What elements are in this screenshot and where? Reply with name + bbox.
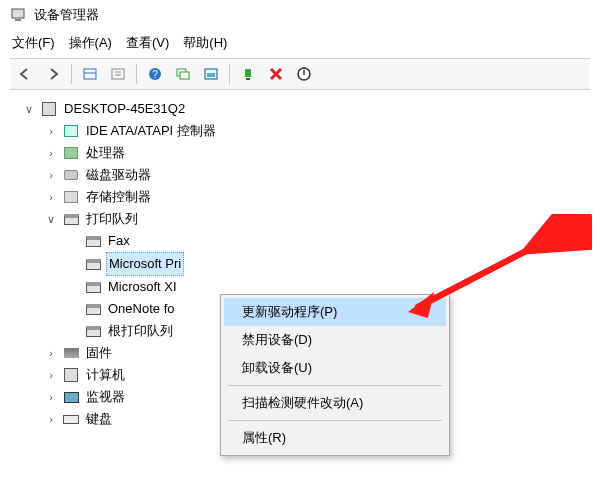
- tree-item-label: Microsoft Pri: [106, 252, 184, 276]
- svg-rect-14: [246, 78, 250, 80]
- collapse-icon[interactable]: ∨: [22, 98, 36, 120]
- printer-icon: [84, 256, 102, 272]
- expand-icon[interactable]: ›: [44, 408, 58, 430]
- menu-scan-hardware[interactable]: 扫描检测硬件改动(A): [224, 389, 446, 417]
- expand-icon[interactable]: ›: [44, 386, 58, 408]
- context-menu: 更新驱动程序(P) 禁用设备(D) 卸载设备(U) 扫描检测硬件改动(A) 属性…: [220, 294, 450, 456]
- toolbar-separator: [229, 64, 230, 84]
- tree-item-label: OneNote fo: [106, 298, 177, 320]
- tree-item-label: 监视器: [84, 386, 127, 408]
- menu-file[interactable]: 文件(F): [12, 34, 55, 52]
- view-button[interactable]: [77, 62, 103, 86]
- svg-text:?: ?: [152, 69, 158, 80]
- menu-separator: [228, 420, 442, 421]
- window-title: 设备管理器: [34, 6, 99, 24]
- expand-icon[interactable]: ›: [44, 364, 58, 386]
- svg-rect-13: [245, 69, 251, 77]
- tree-item-disk[interactable]: › 磁盘驱动器: [44, 164, 590, 186]
- computer-icon: [62, 367, 80, 383]
- expand-icon[interactable]: ›: [44, 164, 58, 186]
- menu-properties[interactable]: 属性(R): [224, 424, 446, 452]
- svg-rect-2: [84, 69, 96, 79]
- expand-icon[interactable]: ›: [44, 186, 58, 208]
- tree-item-label: 计算机: [84, 364, 127, 386]
- tree-item-label: IDE ATA/ATAPI 控制器: [84, 120, 218, 142]
- toolbar-separator: [136, 64, 137, 84]
- svg-rect-0: [12, 9, 24, 18]
- show-all-button[interactable]: [198, 62, 224, 86]
- menu-update-driver[interactable]: 更新驱动程序(P): [224, 298, 446, 326]
- tree-root[interactable]: ∨ DESKTOP-45E31Q2: [22, 98, 590, 120]
- forward-button[interactable]: [40, 62, 66, 86]
- cascade-button[interactable]: [170, 62, 196, 86]
- svg-rect-12: [207, 73, 215, 77]
- expand-icon[interactable]: ›: [44, 120, 58, 142]
- tree-item-label: Microsoft XI: [106, 276, 179, 298]
- tree-item-label: 键盘: [84, 408, 114, 430]
- chip-icon: [62, 145, 80, 161]
- printer-icon: [84, 233, 102, 249]
- disable-button[interactable]: [291, 62, 317, 86]
- menu-help[interactable]: 帮助(H): [183, 34, 227, 52]
- tree-item-label: 处理器: [84, 142, 127, 164]
- tree-item-ide[interactable]: › IDE ATA/ATAPI 控制器: [44, 120, 590, 142]
- menu-separator: [228, 385, 442, 386]
- tree-item-cpu[interactable]: › 处理器: [44, 142, 590, 164]
- title-bar: 设备管理器: [10, 6, 590, 24]
- computer-icon: [40, 101, 58, 117]
- tree-root-label: DESKTOP-45E31Q2: [62, 98, 187, 120]
- printer-icon: [62, 211, 80, 227]
- tree-item-label: Fax: [106, 230, 132, 252]
- expand-icon[interactable]: ›: [44, 342, 58, 364]
- tree-item-label: 打印队列: [84, 208, 140, 230]
- tree-item-storage[interactable]: › 存储控制器: [44, 186, 590, 208]
- disk-icon: [62, 167, 80, 183]
- menu-bar: 文件(F) 操作(A) 查看(V) 帮助(H): [10, 32, 590, 58]
- printer-icon: [84, 279, 102, 295]
- svg-rect-4: [112, 69, 124, 79]
- printer-icon: [84, 301, 102, 317]
- expand-icon[interactable]: ›: [44, 142, 58, 164]
- properties-button[interactable]: [105, 62, 131, 86]
- controller-icon: [62, 123, 80, 139]
- collapse-icon[interactable]: ∨: [44, 208, 58, 230]
- svg-rect-10: [180, 72, 189, 79]
- menu-disable-device[interactable]: 禁用设备(D): [224, 326, 446, 354]
- firmware-icon: [62, 345, 80, 361]
- help-button[interactable]: ?: [142, 62, 168, 86]
- printer-icon: [84, 323, 102, 339]
- uninstall-button[interactable]: [263, 62, 289, 86]
- menu-action[interactable]: 操作(A): [69, 34, 112, 52]
- tree-item-printer-msprint[interactable]: Microsoft Pri: [66, 252, 590, 276]
- back-button[interactable]: [12, 62, 38, 86]
- monitor-icon: [62, 389, 80, 405]
- tree-item-label: 存储控制器: [84, 186, 153, 208]
- tree-item-label: 固件: [84, 342, 114, 364]
- tree-item-printqueue[interactable]: ∨ 打印队列: [44, 208, 590, 230]
- toolbar-separator: [71, 64, 72, 84]
- storage-icon: [62, 189, 80, 205]
- menu-view[interactable]: 查看(V): [126, 34, 169, 52]
- app-icon: [10, 6, 28, 24]
- tree-item-label: 根打印队列: [106, 320, 175, 342]
- update-button[interactable]: [235, 62, 261, 86]
- toolbar: ?: [10, 58, 590, 90]
- tree-item-label: 磁盘驱动器: [84, 164, 153, 186]
- keyboard-icon: [62, 411, 80, 427]
- svg-rect-1: [15, 19, 21, 21]
- menu-uninstall-device[interactable]: 卸载设备(U): [224, 354, 446, 382]
- tree-item-printer-fax[interactable]: Fax: [66, 230, 590, 252]
